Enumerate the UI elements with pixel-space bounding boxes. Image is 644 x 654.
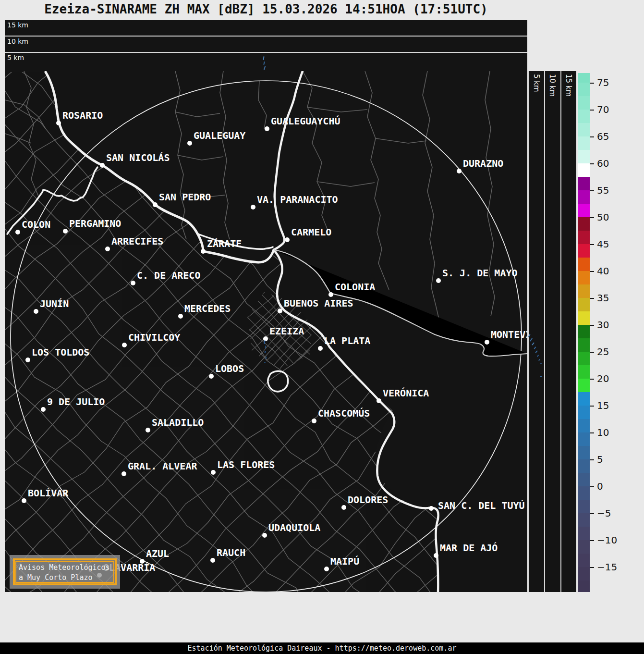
city-label-s-j-de-mayo: S. J. DE MAYO bbox=[442, 267, 518, 279]
city-label-san-pedro: SAN PEDRO bbox=[159, 191, 211, 203]
city-dot-gualeguaych- bbox=[265, 126, 269, 131]
city-dot-gral-alvear bbox=[122, 471, 126, 476]
city-dot-pergamino bbox=[63, 229, 68, 234]
radar-echo bbox=[540, 376, 542, 377]
city-label-mar-de-aj-: MAR DE AJÓ bbox=[440, 542, 498, 554]
map-geography bbox=[5, 71, 527, 592]
reflectivity-colorbar bbox=[578, 73, 590, 592]
side-panel-5km: 5 km bbox=[528, 71, 544, 592]
city-label-carmelo: CARMELO bbox=[291, 226, 331, 238]
colorbar-block bbox=[578, 73, 590, 83]
colorbar-block bbox=[578, 311, 590, 325]
city-dot-buenos-aires bbox=[278, 308, 282, 313]
city-dot-ezeiza bbox=[263, 336, 268, 341]
colorbar-block bbox=[578, 379, 590, 392]
footer: Servicio Meteorológico Nacional Argentin… bbox=[0, 592, 644, 642]
colorbar-block bbox=[578, 432, 590, 446]
city-dot-rauch bbox=[210, 558, 215, 563]
colorbar-tick-label: −5 bbox=[597, 507, 611, 519]
colorbar-block bbox=[578, 110, 590, 123]
colorbar-block bbox=[578, 338, 590, 352]
city-label-bol-var: BOLÍVAR bbox=[28, 487, 68, 499]
avisos-line2: a Muy Corto Plazo bbox=[19, 573, 110, 583]
city-label-rosario: ROSARIO bbox=[62, 110, 103, 121]
colorbar-tick-mark bbox=[590, 406, 594, 407]
colorbar-tick-mark bbox=[590, 244, 594, 245]
colorbar-tick-label: 45 bbox=[597, 238, 609, 250]
colorbar-tick-label: −15 bbox=[597, 561, 617, 573]
colorbar-tick-mark bbox=[590, 379, 594, 380]
colorbar-block bbox=[578, 271, 590, 284]
side-panel-label: 5 km bbox=[532, 74, 541, 92]
city-dot-chascom-s bbox=[312, 419, 316, 423]
city-label-9-de-julio: 9 DE JULIO bbox=[47, 396, 105, 407]
city-dot-z-rate bbox=[201, 249, 206, 254]
colorbar-tick-mark bbox=[590, 459, 594, 460]
colorbar-block bbox=[578, 204, 590, 217]
colorbar-tick-mark bbox=[590, 163, 594, 164]
city-label-chivilcoy: CHIVILCOY bbox=[128, 332, 180, 343]
city-dot-mar-de-aj- bbox=[434, 553, 438, 558]
colorbar-tick-label: 25 bbox=[597, 346, 609, 358]
colorbar-block bbox=[578, 150, 590, 163]
city-label-buenos-aires: BUENOS AIRES bbox=[284, 297, 353, 309]
colorbar-tick-mark bbox=[590, 217, 594, 218]
city-label-durazno: DURAZNO bbox=[463, 158, 503, 169]
side-height-panels: 5 km10 km15 km bbox=[528, 71, 578, 592]
credit-bar: Estación Meteorológica Daireaux - https:… bbox=[0, 642, 644, 654]
colorbar-block bbox=[578, 406, 590, 419]
city-label-lobos: LOBOS bbox=[215, 363, 244, 374]
colorbar-block bbox=[578, 217, 590, 231]
colorbar-block bbox=[578, 83, 590, 96]
city-dot-udaquiola bbox=[262, 533, 267, 538]
radar-map: Avisos Meteorológicos a Muy Corto Plazo … bbox=[5, 71, 527, 592]
city-dot-c-de-areco bbox=[131, 281, 135, 285]
colorbar-block bbox=[578, 419, 590, 432]
city-dot-chivilcoy bbox=[122, 343, 127, 347]
colorbar-block bbox=[578, 136, 590, 150]
city-dot-bol-var bbox=[22, 498, 26, 503]
top-panel-10km: 10 km bbox=[5, 37, 527, 53]
city-label-san-c-del-tuy-: SAN C. DEL TUYÚ bbox=[438, 500, 525, 511]
city-label-chascom-s: CHASCOMÚS bbox=[318, 407, 370, 419]
city-dot-carmelo bbox=[285, 237, 290, 242]
city-label-gral-alvear: GRAL. ALVEAR bbox=[128, 460, 197, 472]
city-label-ezeiza: EZEIZA bbox=[269, 325, 304, 337]
colorbar-tick-label: 65 bbox=[597, 131, 609, 142]
city-label-rauch: RAUCH bbox=[217, 547, 245, 558]
colorbar-tick-label: 70 bbox=[597, 104, 609, 115]
top-panel-label: 10 km bbox=[7, 37, 28, 45]
city-label-las-flores: LAS FLORES bbox=[217, 459, 275, 470]
top-panel-15km: 15 km bbox=[5, 20, 527, 37]
avisos-box: Avisos Meteorológicos a Muy Corto Plazo bbox=[10, 555, 120, 589]
city-dot-maip- bbox=[324, 567, 329, 571]
colorbar-tick-mark bbox=[590, 271, 594, 272]
credit-text: Estación Meteorológica Daireaux - https:… bbox=[188, 644, 457, 653]
colorbar-tick-mark bbox=[590, 190, 594, 191]
city-dot-los-toldos bbox=[25, 358, 30, 362]
colorbar-block bbox=[578, 513, 590, 527]
colorbar-tick-mark bbox=[590, 83, 594, 84]
city-label-montevideo: MONTEVIDEO bbox=[491, 329, 527, 340]
colorbar-tick-label: 15 bbox=[597, 400, 609, 411]
city-dot-colon bbox=[15, 230, 20, 234]
city-dot-va-paranacito bbox=[251, 205, 255, 210]
city-label-pergamino: PERGAMINO bbox=[69, 218, 121, 229]
city-dot-saladillo bbox=[146, 428, 150, 432]
city-label-gualeguay: GUALEGUAY bbox=[194, 130, 245, 141]
colorbar-tick-label: 5 bbox=[597, 454, 603, 465]
city-dot-lobos bbox=[209, 374, 214, 379]
city-label-jun-n: JUNÍN bbox=[40, 298, 69, 309]
city-label-saladillo: SALADILLO bbox=[152, 417, 204, 428]
city-dot-colonia bbox=[328, 292, 333, 297]
city-dot-s-j-de-mayo bbox=[436, 278, 441, 283]
colorbar-tick-mark bbox=[590, 567, 594, 568]
city-dot-gualeguay bbox=[187, 141, 192, 146]
side-panel-label: 15 km bbox=[564, 74, 573, 97]
city-label-udaquiola: UDAQUIOLA bbox=[268, 522, 320, 533]
colorbar-block bbox=[578, 123, 590, 136]
city-dot-la-plata bbox=[318, 346, 323, 351]
colorbar-tick-label: 35 bbox=[597, 292, 609, 304]
colorbar-block bbox=[578, 567, 590, 580]
colorbar-block bbox=[578, 96, 590, 110]
